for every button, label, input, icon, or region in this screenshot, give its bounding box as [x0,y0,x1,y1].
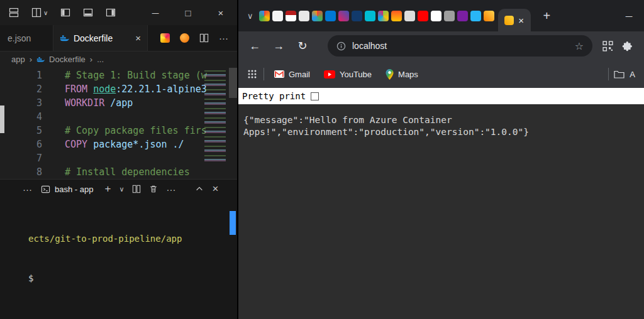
active-tab-favicon [504,16,514,25]
apps-grid-icon[interactable] [247,69,257,79]
maximize-panel-icon[interactable] [195,185,204,193]
terminal-more-actions-icon[interactable]: ··· [166,184,175,195]
breadcrumb-folder[interactable]: app [11,55,25,64]
browser-tab-favicon[interactable] [312,11,323,21]
reload-button[interactable]: ↻ [292,36,313,56]
new-terminal-icon[interactable]: + [104,183,111,195]
tab-search-chevron-icon[interactable]: ∨ [238,11,259,21]
code-value: /app [110,97,133,109]
bookmark-maps[interactable]: Maps [382,69,422,80]
activity-bar-fragment [0,105,4,133]
new-tab-button[interactable]: + [543,9,551,23]
site-info-icon[interactable] [336,41,346,51]
close-tab-icon[interactable]: × [518,15,524,26]
bookmarks-overflow-label[interactable]: A [630,70,635,79]
pretty-print-checkbox[interactable] [311,92,319,100]
tab-label: Dockerfile [74,33,113,43]
maximize-button[interactable]: □ [172,0,204,25]
browser-tab-favicon[interactable] [431,11,441,21]
editor-line: 1# Stage 1: Build stage (w [0,68,237,82]
launch-profile-chevron-icon[interactable]: ∨ [119,185,124,193]
browser-tab-favicon[interactable] [325,11,336,21]
browser-tab-favicon[interactable] [418,11,428,21]
vscode-window: ∨ ─ □ × e.json Dockerfile × [0,0,237,319]
vscode-titlebar: ∨ ─ □ × [0,0,237,25]
browser-tab-favicon[interactable] [404,11,415,21]
minimize-button[interactable]: ─ [139,0,172,25]
terminal-prompt-dollar: $ [28,273,33,283]
pretty-print-label: Pretty print [242,91,306,101]
bookmarks-divider [608,68,609,80]
browser-tab-favicon[interactable] [338,11,349,21]
tab-favicons [259,11,494,21]
line-number: 7 [0,151,42,165]
extension-icon-pumpkin[interactable] [180,33,189,43]
tab-label: e.json [8,33,31,43]
editor-line: 4 [0,110,237,124]
code-link[interactable]: node [93,84,116,95]
qr-share-icon[interactable] [602,41,613,51]
split-editor-right-icon[interactable] [199,33,209,43]
close-button[interactable]: × [204,0,237,25]
toggle-panel-icon[interactable] [83,8,93,18]
browser-tab-favicon[interactable] [391,11,402,21]
customize-layout-icon[interactable]: ∨ [31,8,48,18]
bookmark-label: Gmail [289,70,310,79]
bookmarks-divider [264,68,264,80]
tab-package-json[interactable]: e.json [0,25,53,51]
code-value: :22.21.1-alpine3 [116,84,207,95]
terminal-output[interactable]: ects/git-to-prod-pipeline/app $ Ktron@DE… [0,198,237,319]
browser-tab-favicon[interactable] [352,11,362,21]
bookmark-star-icon[interactable]: ☆ [575,40,584,52]
browser-tab-favicon[interactable] [378,11,389,21]
browser-tab-favicon[interactable] [259,11,270,21]
terminal-tab-bash-app[interactable]: bash - app [41,185,93,194]
split-terminal-icon[interactable] [132,185,141,193]
extensions-puzzle-icon[interactable] [622,41,633,51]
browser-tab-favicon[interactable] [286,11,296,21]
browser-tab-favicon[interactable] [484,11,494,21]
browser-tab-favicon[interactable] [444,11,455,21]
terminal-icon [41,185,50,194]
browser-minimize-button[interactable]: ─ [614,4,644,27]
code-keyword: FROM [65,84,93,95]
panel-more-actions-icon[interactable]: ··· [23,184,32,195]
browser-tab-favicon[interactable] [299,11,309,21]
editor-more-actions-icon[interactable]: ··· [219,33,228,43]
split-editor-icon[interactable] [9,8,19,18]
extension-icon-prettier[interactable] [160,33,170,43]
editor[interactable]: 1# Stage 1: Build stage (w 2FROM node:22… [0,67,237,180]
breadcrumb-file[interactable]: Dockerfile [49,55,86,64]
browser-tab-favicon[interactable] [470,11,481,21]
browser-tab-favicon[interactable] [457,11,468,21]
bookmarks-folder-icon[interactable] [614,70,625,78]
close-tab-icon[interactable]: × [135,33,141,43]
browser-tab-favicon[interactable] [365,11,375,21]
browser-tab-favicon[interactable] [272,11,283,21]
code-comment: # Install dependencies [65,166,190,178]
kill-terminal-icon[interactable] [149,185,158,193]
minimap[interactable] [204,70,226,165]
back-button[interactable]: ← [245,36,265,56]
page-content: Pretty print {"message":"Hello from Azur… [238,88,644,319]
bookmark-youtube[interactable]: YouTube [320,70,375,79]
terminal-panel-header: ··· bash - app + ∨ ··· [0,180,237,198]
active-tab[interactable]: × [498,9,531,31]
forward-button[interactable]: → [269,36,289,56]
editor-line: 3WORKDIR /app [0,96,237,110]
bookmark-gmail[interactable]: Gmail [270,70,314,79]
close-panel-icon[interactable]: × [212,183,218,195]
editor-line: 2FROM node:22.21.1-alpine3 [0,82,237,96]
address-bar[interactable]: localhost ☆ [328,35,592,57]
editor-scrollbar[interactable] [229,68,237,98]
tab-dockerfile[interactable]: Dockerfile × [53,25,148,51]
toggle-sidebar-icon[interactable] [60,8,70,18]
terminal-panel: ··· bash - app + ∨ ··· [0,179,237,319]
breadcrumb[interactable]: app › Dockerfile › ... [0,51,237,67]
breadcrumb-more[interactable]: ... [97,55,104,64]
url-text[interactable]: localhost [352,41,387,51]
json-line: {"message":"Hello from Azure Container [243,115,452,125]
terminal-tab-label: bash - app [55,185,93,194]
toggle-secondary-sidebar-icon[interactable] [106,8,116,18]
terminal-scrollbar[interactable] [230,211,236,235]
